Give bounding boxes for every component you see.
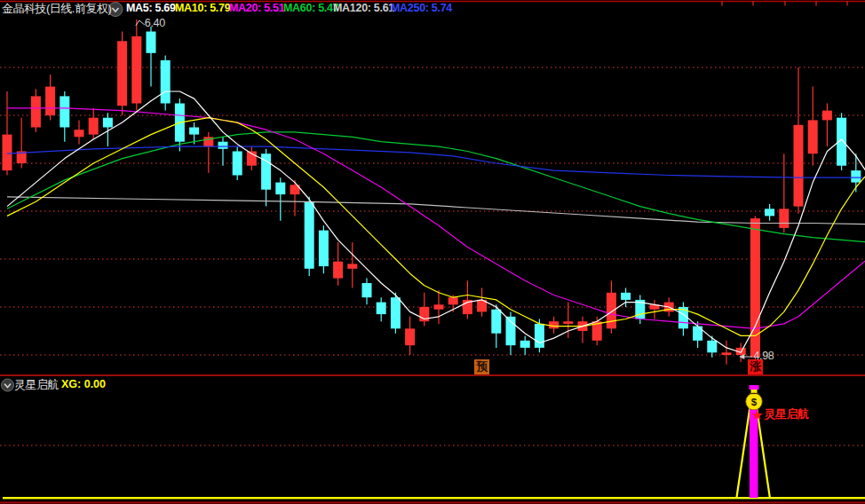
candle-body[interactable] bbox=[520, 341, 530, 348]
candle-body[interactable] bbox=[779, 209, 789, 228]
candle-body[interactable] bbox=[607, 293, 616, 329]
rise-marker[interactable]: 涨 bbox=[748, 359, 763, 374]
signal-star-icon: ★ bbox=[751, 408, 763, 421]
candle-body[interactable] bbox=[233, 152, 242, 176]
sub-collapse-icon[interactable] bbox=[2, 379, 14, 391]
candle-body[interactable] bbox=[189, 128, 199, 135]
candle-body[interactable] bbox=[448, 297, 458, 304]
high-price-label: 6.40 bbox=[145, 18, 165, 29]
candle-body[interactable] bbox=[491, 310, 501, 334]
candle-body[interactable] bbox=[60, 96, 69, 127]
candle-body[interactable] bbox=[117, 41, 127, 106]
legend-ma120: MA120: 5.61 bbox=[333, 3, 394, 14]
money-bag-dollar: $ bbox=[751, 397, 758, 407]
stock-title: 金晶科技(日线.前复权) bbox=[2, 3, 111, 14]
legend-ma10: MA10: 5.79 bbox=[175, 3, 230, 14]
sub-baseline bbox=[3, 497, 865, 499]
candle-body[interactable] bbox=[822, 111, 832, 121]
ma-line-ma250 bbox=[7, 146, 865, 177]
legend-ma60: MA60: 5.47 bbox=[283, 3, 338, 14]
legend-ma5: MA5: 5.69 bbox=[126, 3, 176, 14]
candle-body[interactable] bbox=[161, 60, 171, 104]
ma-line-ma5 bbox=[7, 91, 865, 352]
ma-line-ma20 bbox=[7, 108, 865, 328]
ma-line-ma120 bbox=[7, 197, 865, 224]
candle-body[interactable] bbox=[808, 120, 818, 154]
candle-body[interactable] bbox=[218, 142, 228, 149]
candle-body[interactable] bbox=[549, 321, 559, 328]
candle-body[interactable] bbox=[722, 352, 732, 355]
candle-body[interactable] bbox=[405, 328, 415, 345]
signal-spike-left bbox=[736, 407, 750, 498]
candle-body[interactable] bbox=[319, 231, 329, 267]
ma-line-ma10 bbox=[7, 118, 865, 336]
candle-body[interactable] bbox=[621, 293, 631, 300]
candle-body[interactable] bbox=[131, 36, 141, 104]
candle-body[interactable] bbox=[535, 324, 544, 348]
candle-body[interactable] bbox=[75, 130, 84, 137]
candle-body[interactable] bbox=[31, 96, 41, 127]
candle-body[interactable] bbox=[851, 170, 861, 183]
signal-label: 灵星启航 bbox=[764, 408, 808, 420]
candle-body[interactable] bbox=[794, 125, 804, 207]
money-bag-cap bbox=[750, 385, 759, 390]
candle-body[interactable] bbox=[333, 262, 343, 279]
candlestick-chart-canvas[interactable]: $ bbox=[0, 0, 865, 504]
candle-body[interactable] bbox=[347, 264, 357, 268]
candle-body[interactable] bbox=[89, 118, 99, 135]
candle-body[interactable] bbox=[391, 297, 401, 328]
candle-body[interactable] bbox=[765, 209, 774, 216]
candle-body[interactable] bbox=[103, 118, 113, 128]
candle-body[interactable] bbox=[147, 32, 156, 53]
candle-body[interactable] bbox=[3, 135, 12, 171]
candle-body[interactable] bbox=[362, 283, 372, 297]
candle-body[interactable] bbox=[45, 87, 55, 115]
candle-body[interactable] bbox=[750, 218, 760, 358]
legend-ma250: MA250: 5.74 bbox=[391, 3, 452, 14]
candle-body[interactable] bbox=[707, 341, 717, 353]
ma-line-ma60 bbox=[7, 132, 865, 242]
stock-chart-window: $ 金晶科技(日线.前复权) MA5: 5.69 MA10: 5.79 MA20… bbox=[0, 0, 865, 504]
sub-indicator-value: XG: 0.00 bbox=[61, 379, 106, 390]
sub-indicator-name: 灵星启航 bbox=[14, 379, 59, 390]
candle-body[interactable] bbox=[563, 321, 573, 324]
legend-ma20: MA20: 5.51 bbox=[229, 3, 284, 14]
forecast-marker[interactable]: 预 bbox=[474, 359, 489, 374]
candle-body[interactable] bbox=[305, 201, 314, 269]
candle-body[interactable] bbox=[434, 304, 444, 309]
candle-body[interactable] bbox=[377, 303, 386, 315]
candle-body[interactable] bbox=[275, 183, 285, 195]
